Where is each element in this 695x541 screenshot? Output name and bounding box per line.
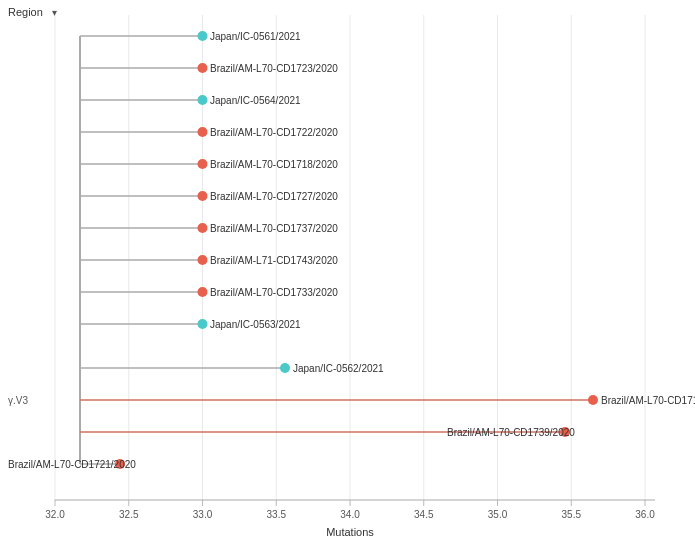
label-8: Brazil/AM-L70-CD1733/2020 — [210, 287, 338, 298]
label-2: Japan/IC-0564/2021 — [210, 95, 301, 106]
node-10 — [280, 363, 290, 373]
label-12: Brazil/AM-L70-CD1739/2020 — [447, 427, 575, 438]
node-5 — [198, 191, 208, 201]
label-5: Brazil/AM-L70-CD1727/2020 — [210, 191, 338, 202]
label-9: Japan/IC-0563/2021 — [210, 319, 301, 330]
tick-label-345: 34.5 — [414, 509, 434, 520]
label-4: Brazil/AM-L70-CD1718/2020 — [210, 159, 338, 170]
main-chart: .grid-line { stroke: #d0d0d0; stroke-wid… — [0, 0, 695, 541]
node-2 — [198, 95, 208, 105]
tick-label-325: 32.5 — [119, 509, 139, 520]
label-3: Brazil/AM-L70-CD1722/2020 — [210, 127, 338, 138]
tick-label-320: 32.0 — [45, 509, 65, 520]
x-axis-title: Mutations — [326, 526, 374, 538]
node-9 — [198, 319, 208, 329]
region-label: Region — [8, 6, 43, 18]
region-dropdown-arrow[interactable]: ▾ — [52, 7, 57, 18]
label-13: Brazil/AM-L70-CD1721/2020 — [8, 459, 136, 470]
tick-label-340: 34.0 — [340, 509, 360, 520]
clade-label: γ.V3 — [8, 395, 28, 406]
tick-label-335: 33.5 — [267, 509, 287, 520]
node-11 — [588, 395, 598, 405]
node-7 — [198, 255, 208, 265]
tick-label-350: 35.0 — [488, 509, 508, 520]
tick-label-355: 35.5 — [562, 509, 582, 520]
node-8 — [198, 287, 208, 297]
label-0: Japan/IC-0561/2021 — [210, 31, 301, 42]
node-4 — [198, 159, 208, 169]
label-11: Brazil/AM-L70-CD1716/2020 — [601, 395, 695, 406]
node-6 — [198, 223, 208, 233]
label-1: Brazil/AM-L70-CD1723/2020 — [210, 63, 338, 74]
label-7: Brazil/AM-L71-CD1743/2020 — [210, 255, 338, 266]
label-10: Japan/IC-0562/2021 — [293, 363, 384, 374]
node-0 — [198, 31, 208, 41]
node-1 — [198, 63, 208, 73]
label-6: Brazil/AM-L70-CD1737/2020 — [210, 223, 338, 234]
tick-label-360: 36.0 — [635, 509, 655, 520]
chart-container: .grid-line { stroke: #d0d0d0; stroke-wid… — [0, 0, 695, 541]
tick-label-330: 33.0 — [193, 509, 213, 520]
node-3 — [198, 127, 208, 137]
